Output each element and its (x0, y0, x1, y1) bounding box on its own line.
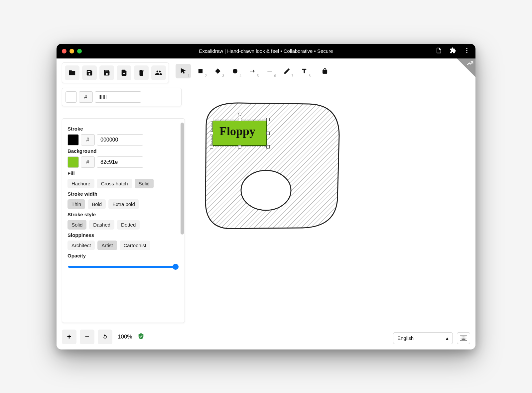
resize-handle-sw[interactable] (210, 145, 213, 148)
svg-rect-11 (462, 337, 463, 337)
fill-hachure[interactable]: Hachure (67, 179, 94, 188)
footer-left: + − 100% (62, 330, 145, 344)
svg-rect-17 (463, 338, 464, 339)
svg-rect-18 (465, 338, 465, 339)
tool-arrow[interactable]: 5 (245, 64, 260, 78)
opacity-slider[interactable] (68, 266, 179, 268)
zoom-out-button[interactable]: − (80, 330, 94, 344)
sloppiness-options: Architect Artist Cartoonist (67, 241, 179, 250)
width-bold[interactable]: Bold (88, 199, 106, 209)
canvas-bg-panel: # (62, 88, 182, 106)
svg-rect-20 (462, 339, 466, 340)
traffic-lights (62, 49, 82, 53)
footer-right: English ▴ (393, 332, 470, 344)
tool-rectangle[interactable]: 2 (193, 64, 208, 78)
save-as-button[interactable] (99, 65, 114, 80)
delete-button[interactable] (134, 65, 149, 80)
label-stroke: Stroke (67, 126, 179, 132)
width-thin[interactable]: Thin (67, 199, 85, 209)
chevron-up-icon: ▴ (446, 335, 449, 341)
hash-label: # (81, 134, 95, 146)
style-dotted[interactable]: Dotted (117, 220, 140, 230)
save-button[interactable] (82, 65, 97, 80)
window-close[interactable] (62, 49, 66, 53)
label-sloppiness: Sloppiness (67, 232, 179, 238)
background-swatch[interactable] (67, 156, 79, 168)
canvas-bg-input[interactable] (95, 91, 141, 103)
window-title: Excalidraw | Hand-drawn look & feel • Co… (57, 48, 475, 54)
svg-rect-10 (461, 337, 462, 337)
language-value: English (397, 335, 414, 341)
style-solid[interactable]: Solid (67, 220, 86, 230)
resize-handle-s[interactable] (238, 145, 241, 148)
corner-badge[interactable] (457, 58, 475, 77)
tool-draw[interactable]: 7 (279, 64, 295, 78)
file-icon[interactable] (436, 47, 442, 55)
svg-rect-12 (463, 337, 464, 337)
label-background: Background (67, 148, 179, 154)
fill-crosshatch[interactable]: Cross-hatch (97, 179, 132, 188)
drawn-shape[interactable] (200, 99, 342, 232)
language-select[interactable]: English ▴ (393, 332, 453, 344)
lock-button[interactable] (317, 64, 332, 78)
svg-point-1 (466, 50, 467, 51)
svg-point-0 (466, 48, 467, 49)
slop-architect[interactable]: Architect (67, 241, 95, 250)
app-window: Excalidraw | Hand-drawn look & feel • Co… (57, 44, 475, 349)
secure-shield-icon (137, 333, 145, 341)
slop-cartoonist[interactable]: Cartoonist (120, 241, 150, 250)
background-color-input[interactable] (97, 156, 143, 168)
svg-rect-3 (199, 69, 202, 73)
zoom-in-button[interactable]: + (62, 330, 76, 344)
tool-ellipse[interactable]: 4 (227, 64, 243, 78)
extension-icon[interactable] (450, 47, 456, 55)
resize-handle-n[interactable] (238, 118, 241, 121)
collaborate-button[interactable] (151, 65, 166, 80)
resize-handle-w[interactable] (210, 132, 213, 135)
file-toolbar (62, 62, 169, 83)
width-extra-bold[interactable]: Extra bold (108, 199, 139, 209)
tool-diamond[interactable]: 3 (210, 64, 225, 78)
window-maximize[interactable] (77, 49, 82, 53)
shape-toolbar: 1 2 3 4 5 (174, 62, 332, 78)
resize-handle-e[interactable] (266, 132, 270, 135)
app-body: 1 2 3 4 5 (57, 58, 475, 349)
hash-label: # (81, 156, 95, 168)
canvas-bg-swatch[interactable] (66, 91, 77, 103)
zoom-value: 100% (116, 334, 134, 340)
fill-solid[interactable]: Solid (135, 179, 154, 188)
label-stroke-width: Stroke width (67, 191, 179, 197)
canvas[interactable]: Floppy (190, 82, 475, 326)
svg-rect-15 (461, 338, 462, 339)
svg-rect-16 (462, 338, 463, 339)
selection-bounds[interactable] (211, 120, 268, 147)
tool-line[interactable]: 6 (262, 64, 277, 78)
svg-rect-19 (466, 338, 466, 339)
svg-point-2 (466, 52, 467, 53)
keyboard-shortcuts-button[interactable] (457, 332, 470, 344)
resize-handle-ne[interactable] (266, 118, 270, 121)
stroke-color-input[interactable] (97, 134, 143, 146)
svg-rect-14 (466, 337, 466, 337)
export-button[interactable] (117, 65, 131, 80)
resize-handle-nw[interactable] (210, 118, 213, 121)
open-button[interactable] (65, 65, 79, 80)
style-dashed[interactable]: Dashed (89, 220, 114, 230)
label-stroke-style: Stroke style (67, 212, 179, 217)
window-minimize[interactable] (69, 49, 74, 53)
tool-text[interactable]: 8 (297, 64, 312, 78)
more-icon[interactable] (464, 47, 470, 55)
slop-artist[interactable]: Artist (97, 241, 117, 250)
properties-panel: Stroke # Background # Fill Hachure Cross… (62, 118, 185, 323)
resize-handle-se[interactable] (266, 145, 270, 148)
zoom-reset-button[interactable] (98, 330, 112, 344)
rotate-handle[interactable] (238, 113, 241, 116)
label-opacity: Opacity (67, 253, 179, 258)
hash-label: # (79, 91, 93, 103)
stroke-swatch[interactable] (67, 134, 79, 146)
title-bar: Excalidraw | Hand-drawn look & feel • Co… (57, 44, 475, 58)
svg-point-8 (241, 170, 291, 210)
svg-point-4 (233, 69, 237, 73)
svg-rect-13 (465, 337, 465, 337)
tool-select[interactable]: 1 (176, 64, 191, 78)
